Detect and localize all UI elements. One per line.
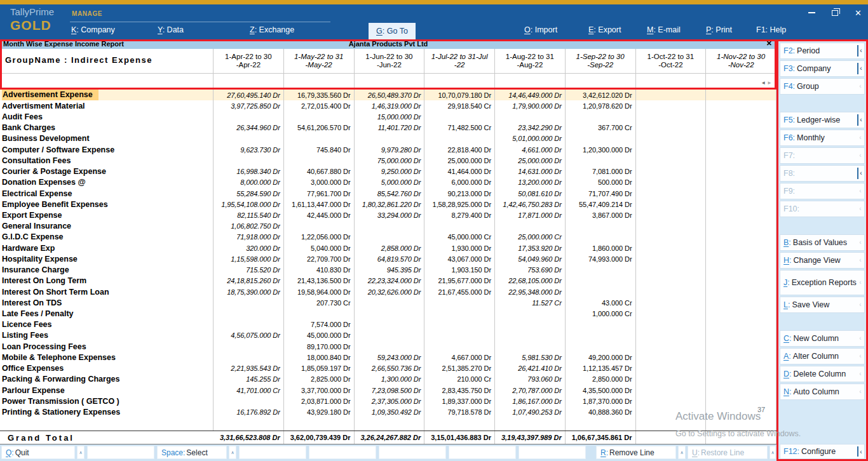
cell-value[interactable]: 82,115.540 Dr bbox=[214, 210, 284, 220]
cell-value[interactable]: 26,421.410 Dr bbox=[495, 363, 566, 373]
sidebar-button-b[interactable]: B: Basis of Values‹ bbox=[780, 234, 865, 251]
cell-value[interactable] bbox=[636, 308, 707, 319]
sidebar-button-h[interactable]: H: Change View‹ bbox=[780, 252, 865, 269]
cell-value[interactable] bbox=[706, 188, 776, 199]
cell-value[interactable] bbox=[636, 232, 707, 243]
cell-value[interactable] bbox=[636, 374, 707, 385]
cell-value[interactable]: 3,42,612.020 Dr bbox=[566, 90, 636, 100]
cell-value[interactable] bbox=[636, 100, 707, 111]
cell-value[interactable]: 14,631.000 Dr bbox=[495, 166, 566, 177]
cell-value[interactable] bbox=[355, 341, 425, 352]
cell-value[interactable] bbox=[636, 396, 707, 406]
sidebar-button-f4[interactable]: F4: Group‹ bbox=[780, 78, 865, 95]
cell-value[interactable] bbox=[566, 221, 636, 232]
cell-value[interactable] bbox=[284, 111, 355, 122]
cell-value[interactable] bbox=[636, 253, 707, 264]
cell-value[interactable] bbox=[636, 133, 707, 144]
cell-value[interactable]: 4,35,500.000 Dr bbox=[566, 385, 636, 396]
cell-value[interactable] bbox=[706, 352, 776, 363]
cell-value[interactable]: 33,294.000 Dr bbox=[355, 210, 425, 220]
cell-value[interactable] bbox=[355, 221, 425, 232]
cell-value[interactable] bbox=[636, 319, 707, 330]
row-label[interactable]: Office Expenses bbox=[0, 363, 214, 373]
cell-value[interactable]: 40,888.360 Dr bbox=[566, 406, 636, 417]
row-label[interactable]: Interest On Long Term bbox=[0, 276, 214, 286]
cell-value[interactable]: 3,000.000 Dr bbox=[284, 177, 355, 188]
cell-value[interactable]: 59,243.000 Dr bbox=[355, 352, 425, 363]
cell-value[interactable]: 43,067.000 Dr bbox=[424, 253, 495, 264]
cell-value[interactable] bbox=[284, 221, 355, 232]
row-label[interactable]: Late Fees / Penalty bbox=[0, 308, 214, 319]
bottombar-button-select[interactable]: Space: Select bbox=[157, 446, 227, 459]
cell-value[interactable] bbox=[424, 133, 495, 144]
cell-value[interactable] bbox=[706, 133, 776, 144]
cell-value[interactable]: 17,871.000 Dr bbox=[495, 210, 566, 220]
cell-value[interactable]: 11.527 Cr bbox=[495, 297, 566, 308]
cell-value[interactable]: 1,95,54,108.000 Dr bbox=[214, 199, 284, 210]
cell-value[interactable]: 22,709.700 Dr bbox=[284, 253, 355, 264]
cell-value[interactable]: 945.395 Dr bbox=[355, 265, 425, 276]
cell-value[interactable] bbox=[706, 111, 776, 122]
cell-value[interactable]: 715.520 Dr bbox=[214, 265, 284, 276]
cell-value[interactable]: 13,200.000 Dr bbox=[495, 177, 566, 188]
cell-value[interactable] bbox=[424, 308, 495, 319]
cell-value[interactable] bbox=[706, 253, 776, 264]
cell-value[interactable]: 18,75,390.000 Dr bbox=[214, 286, 284, 297]
cell-value[interactable]: 4,56,075.000 Dr bbox=[214, 330, 284, 341]
cell-value[interactable] bbox=[706, 232, 776, 243]
cell-value[interactable] bbox=[284, 308, 355, 319]
cell-value[interactable] bbox=[214, 111, 284, 122]
cell-value[interactable] bbox=[636, 406, 707, 417]
cell-value[interactable]: 85,542.760 Dr bbox=[355, 188, 425, 199]
cell-value[interactable] bbox=[424, 111, 495, 122]
row-label[interactable]: Interest On Short Term Loan bbox=[0, 286, 214, 297]
cell-value[interactable] bbox=[214, 297, 284, 308]
cell-value[interactable] bbox=[424, 341, 495, 352]
cell-value[interactable] bbox=[566, 265, 636, 276]
menu-data[interactable]: Y: Data bbox=[158, 25, 184, 34]
cell-value[interactable] bbox=[636, 177, 707, 188]
cell-value[interactable]: 15,000.000 Dr bbox=[355, 111, 425, 122]
cell-value[interactable] bbox=[566, 341, 636, 352]
sidebar-button-j[interactable]: J: Exception Reports‹ bbox=[780, 270, 865, 295]
cell-value[interactable] bbox=[706, 100, 776, 111]
cell-value[interactable]: 22,95,348.000 Dr bbox=[495, 286, 566, 297]
sidebar-button-d[interactable]: D: Delete Column‹ bbox=[780, 366, 865, 382]
cell-value[interactable]: 77,961.700 Dr bbox=[284, 188, 355, 199]
cell-value[interactable]: 75,000.000 Dr bbox=[355, 155, 425, 166]
cell-value[interactable]: 11,401.720 Dr bbox=[355, 123, 425, 133]
cell-value[interactable]: 71,707.490 Dr bbox=[566, 188, 636, 199]
column-scroll-arrows[interactable]: ◄► bbox=[761, 80, 773, 89]
row-label[interactable]: Advertisment Material bbox=[0, 100, 214, 111]
scroll-right-icon[interactable]: ► bbox=[767, 80, 773, 86]
cell-value[interactable] bbox=[566, 276, 636, 286]
row-label[interactable]: Listing Fees bbox=[0, 330, 214, 341]
cell-value[interactable]: 1,20,300.000 Dr bbox=[566, 144, 636, 155]
cell-value[interactable] bbox=[355, 297, 425, 308]
close-window-icon[interactable]: ✕ bbox=[855, 9, 862, 17]
expand-caret-icon[interactable]: ∧ bbox=[678, 446, 686, 459]
menu-import[interactable]: O: Import bbox=[524, 25, 557, 34]
cell-value[interactable] bbox=[706, 308, 776, 319]
scroll-left-icon[interactable]: ◄ bbox=[761, 80, 767, 86]
cell-value[interactable]: 2,03,871.000 Dr bbox=[284, 396, 355, 406]
cell-value[interactable]: 25,000.000 Cr bbox=[495, 232, 566, 243]
cell-value[interactable]: 49,200.000 Dr bbox=[566, 352, 636, 363]
cell-value[interactable]: 25,000.000 Dr bbox=[495, 155, 566, 166]
row-label[interactable]: Parlour Expense bbox=[0, 385, 214, 396]
cell-value[interactable] bbox=[636, 144, 707, 155]
cell-value[interactable]: 9,979.280 Dr bbox=[355, 144, 425, 155]
cell-value[interactable]: 54,61,206.570 Dr bbox=[284, 123, 355, 133]
cell-value[interactable]: 20,32,626.000 Dr bbox=[355, 286, 425, 297]
cell-value[interactable] bbox=[636, 385, 707, 396]
cell-value[interactable] bbox=[424, 330, 495, 341]
cell-value[interactable]: 1,87,370.000 Dr bbox=[566, 396, 636, 406]
cell-value[interactable]: 43,929.180 Dr bbox=[284, 406, 355, 417]
menu-print[interactable]: P: Print bbox=[706, 25, 732, 34]
cell-value[interactable] bbox=[355, 330, 425, 341]
menu-e-mail[interactable]: M: E-mail bbox=[647, 25, 681, 34]
cell-value[interactable]: 18,000.840 Dr bbox=[284, 352, 355, 363]
cell-value[interactable]: 41,701.000 Cr bbox=[214, 385, 284, 396]
row-label[interactable]: Consultation Fees bbox=[0, 155, 214, 166]
cell-value[interactable] bbox=[636, 166, 707, 177]
